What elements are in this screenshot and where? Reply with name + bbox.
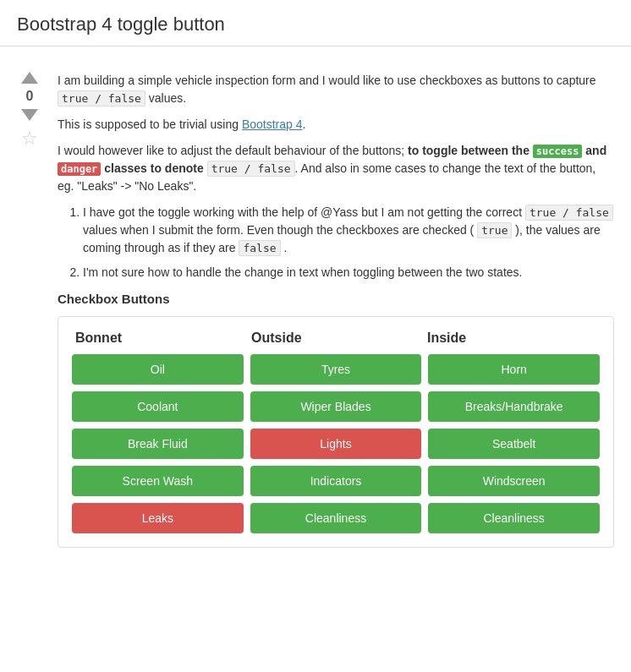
vote-down-button[interactable] (21, 109, 38, 121)
button-rows: OilTyresHornCoolantWiper BladesBreaks/Ha… (72, 354, 600, 533)
list-item: I have got the toggle working with the h… (83, 204, 614, 257)
checkbox-btn-oil[interactable]: Oil (72, 354, 244, 385)
button-row: CoolantWiper BladesBreaks/Handbrake (72, 391, 600, 422)
button-row: Screen WashIndicatorsWindscreen (72, 466, 600, 496)
paragraph-1: I am building a simple vehicle inspectio… (58, 72, 614, 107)
checkbox-btn-indicators[interactable]: Indicators (250, 466, 422, 496)
button-row: Break FluidLightsSeatbelt (72, 429, 600, 459)
col-header-inside: Inside (424, 331, 600, 346)
paragraph-3: I would however like to adjust the defau… (58, 142, 614, 195)
issue-list: I have got the toggle working with the h… (83, 204, 614, 281)
danger-badge: danger (58, 162, 101, 176)
paragraph-2: This is supposed to be trivial using Boo… (58, 116, 614, 134)
button-row: LeaksCleanlinessCleanliness (72, 503, 600, 533)
checkbox-btn-breaks-handbrake[interactable]: Breaks/Handbrake (428, 391, 600, 422)
column-headers: Bonnet Outside Inside (72, 331, 600, 346)
checkbox-btn-leaks[interactable]: Leaks (72, 503, 244, 533)
vote-count: 0 (26, 87, 34, 106)
checkbox-btn-windscreen[interactable]: Windscreen (428, 466, 600, 496)
list-item: I'm not sure how to handle the change in… (83, 264, 614, 281)
vote-up-button[interactable] (21, 72, 38, 84)
vote-star-button[interactable]: ☆ (21, 128, 38, 150)
checkbox-btn-seatbelt[interactable]: Seatbelt (428, 429, 600, 459)
col-header-bonnet: Bonnet (72, 331, 248, 346)
checkbox-btn-tyres[interactable]: Tyres (250, 354, 422, 385)
checkbox-btn-break-fluid[interactable]: Break Fluid (72, 429, 244, 459)
checkbox-btn-horn[interactable]: Horn (428, 354, 600, 385)
checkbox-btn-screen-wash[interactable]: Screen Wash (72, 466, 244, 496)
page-title: Bootstrap 4 toggle button (0, 0, 631, 46)
section-title: Checkbox Buttons (58, 292, 614, 306)
checkbox-btn-cleanliness[interactable]: Cleanliness (428, 503, 600, 533)
checkbox-btn-wiper-blades[interactable]: Wiper Blades (250, 391, 422, 422)
inline-code-true-false: true / false (58, 90, 145, 107)
checkbox-btn-coolant[interactable]: Coolant (72, 391, 244, 422)
button-row: OilTyresHorn (72, 354, 600, 385)
success-badge: success (533, 145, 583, 158)
checkbox-btn-cleanliness[interactable]: Cleanliness (250, 503, 422, 533)
col-header-outside: Outside (248, 331, 424, 346)
checkbox-btn-lights[interactable]: Lights (250, 429, 422, 459)
bootstrap4-link[interactable]: Bootstrap 4 (242, 117, 303, 131)
checkbox-table: Bonnet Outside Inside OilTyresHornCoolan… (58, 316, 614, 548)
